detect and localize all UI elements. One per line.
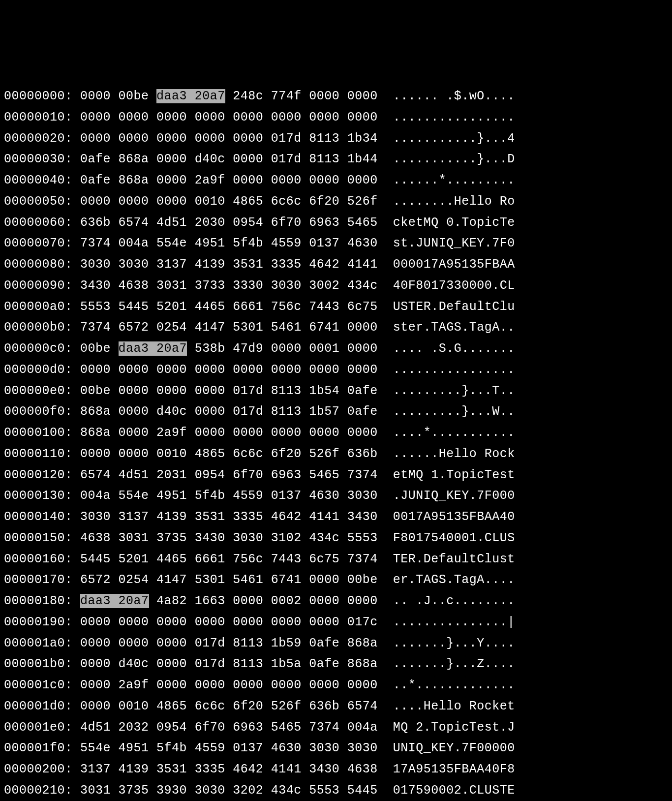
ascii-column: ...........}...D (393, 152, 515, 166)
hex-group: 3030 (80, 510, 111, 524)
hex-group: 4865 (233, 194, 263, 209)
hex-group-highlight: daa3 (119, 341, 149, 356)
hex-group: 0000 (119, 131, 149, 146)
hex-group: 3531 (233, 257, 263, 272)
hex-group: 4630 (309, 489, 339, 503)
hex-group: 4d51 (119, 468, 149, 482)
hex-group: 3102 (271, 531, 302, 545)
hex-group: 0000 (233, 594, 263, 608)
hex-group: 434c (347, 278, 378, 293)
ascii-column: st.JUNIQ_KEY.7F0 (393, 236, 515, 250)
hex-row: 000000f0: 868a 0000 d40c 0000 017d 8113 … (4, 401, 668, 423)
hex-group: 0000 (80, 131, 111, 146)
hex-group: 0000 (271, 363, 302, 377)
hex-group: 47d9 (233, 341, 263, 356)
hex-group: 3335 (271, 257, 302, 272)
hex-group: 0000 (156, 110, 187, 124)
hex-group: 0000 (233, 110, 263, 124)
hex-group: 0954 (233, 216, 263, 230)
hex-group: 4139 (156, 510, 187, 524)
hex-group: 0000 (80, 699, 111, 713)
hex-group-highlight: daa3 (156, 89, 187, 103)
hex-group: 248c (233, 89, 263, 103)
hex-group: 6c6c (233, 447, 263, 461)
hex-row: 00000060: 636b 6574 4d51 2030 0954 6f70 … (4, 213, 668, 234)
hex-group: 5553 (309, 783, 339, 798)
hex-group: 0000 (233, 363, 263, 377)
ascii-column: ......*......... (393, 173, 515, 187)
hex-offset: 000001f0: (4, 741, 73, 755)
hex-group: 7374 (309, 720, 339, 735)
hex-row: 000001e0: 4d51 2032 0954 6f70 6963 5465 … (4, 717, 668, 739)
hex-group: 7374 (347, 552, 378, 566)
hex-group: 6661 (195, 552, 225, 566)
hex-group: 0000 (80, 89, 111, 103)
ascii-column: .......}...Z.... (393, 657, 515, 671)
hex-offset: 00000050: (4, 194, 73, 209)
hex-offset: 00000160: (4, 552, 73, 566)
hex-group: 5465 (271, 720, 302, 735)
hex-group: 4465 (156, 552, 187, 566)
hex-offset: 000000b0: (4, 320, 73, 335)
hex-group: 0afe (309, 657, 339, 671)
hex-group: 0000 (309, 678, 339, 692)
hex-group: 0000 (233, 426, 263, 440)
hex-group: 0254 (119, 573, 149, 587)
hex-group: 756c (233, 552, 263, 566)
hex-row: 00000120: 6574 4d51 2031 0954 6f70 6963 … (4, 465, 668, 486)
hex-group: 0000 (271, 341, 302, 356)
hex-group: 8113 (233, 657, 263, 671)
hex-group: 4642 (271, 510, 302, 524)
hex-group: 4141 (271, 762, 302, 776)
hex-group: 4951 (156, 489, 187, 503)
hex-group: 4a82 (156, 594, 187, 608)
hex-group-highlight: 20a7 (156, 341, 187, 356)
hex-group: 0000 (80, 194, 111, 209)
hex-group: 5201 (119, 552, 149, 566)
hex-group: 0000 (347, 173, 378, 187)
hex-group: 0000 (195, 615, 225, 629)
hex-offset: 00000030: (4, 152, 73, 166)
hex-group: 3002 (309, 278, 339, 293)
hex-row: 00000020: 0000 0000 0000 0000 0000 017d … (4, 128, 668, 150)
hex-group: 0000 (156, 384, 187, 398)
hex-group: 5461 (271, 320, 302, 335)
hex-group: 0000 (156, 152, 187, 166)
hex-group: 6963 (233, 720, 263, 735)
ascii-column: .. .J..c........ (393, 594, 515, 608)
hex-group: 017d (271, 152, 302, 166)
hex-group: 5f4b (156, 741, 187, 755)
hex-row: 00000180: daa3 20a7 4a82 1663 0000 0002 … (4, 591, 668, 612)
hex-group: 2030 (195, 216, 225, 230)
ascii-column: ...............| (393, 615, 515, 629)
hex-group: 00be (80, 341, 111, 356)
hex-group: 0000 (309, 573, 339, 587)
hex-group: 4559 (233, 489, 263, 503)
hex-group: 6963 (309, 216, 339, 230)
hex-offset: 00000040: (4, 173, 73, 187)
hex-group: 7443 (271, 552, 302, 566)
hex-group: 4139 (195, 257, 225, 272)
hex-group: 4638 (80, 531, 111, 545)
hex-group: 5201 (156, 300, 187, 314)
hex-group: 4865 (195, 447, 225, 461)
hexdump-viewer: 00000000: 0000 00be daa3 20a7 248c 774f … (4, 86, 668, 801)
hex-offset: 00000100: (4, 426, 73, 440)
hex-group: 0000 (80, 363, 111, 377)
hex-group: 4559 (271, 236, 302, 250)
hex-group: 0000 (119, 110, 149, 124)
hex-group: 0000 (156, 657, 187, 671)
hex-group: 8113 (233, 636, 263, 650)
ascii-column: 17A95135FBAA40F8 (393, 762, 515, 776)
hex-group: 0000 (156, 194, 187, 209)
hex-group: 3031 (119, 531, 149, 545)
hex-group: 0000 (309, 89, 339, 103)
ascii-column: ................ (393, 363, 515, 377)
hex-offset: 000001c0: (4, 678, 73, 692)
hex-group: 0000 (80, 678, 111, 692)
hex-group: 6574 (80, 468, 111, 482)
hex-group: 0000 (347, 320, 378, 335)
hex-group: 5f4b (233, 236, 263, 250)
hex-group: 7374 (80, 236, 111, 250)
hex-group: 00be (119, 89, 149, 103)
